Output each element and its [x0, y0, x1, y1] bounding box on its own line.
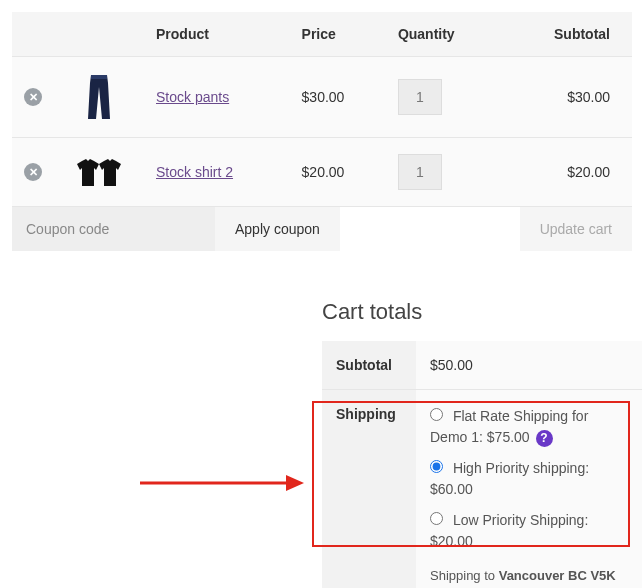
product-subtotal: $20.00 [502, 138, 632, 207]
shipping-option[interactable]: High Priority shipping: $60.00 [430, 458, 628, 500]
subtotal-value: $50.00 [416, 341, 642, 390]
product-thumb[interactable] [54, 57, 144, 138]
pants-icon [83, 73, 115, 121]
qty-input[interactable] [398, 154, 442, 190]
col-product: Product [144, 12, 290, 57]
shipping-option-price: $20.00 [430, 533, 473, 549]
col-subtotal: Subtotal [502, 12, 632, 57]
product-thumb[interactable] [54, 138, 144, 207]
update-cart-button: Update cart [520, 207, 632, 251]
shipping-option[interactable]: Low Priority Shipping: $20.00 [430, 510, 628, 552]
shipping-option[interactable]: Flat Rate Shipping for Demo 1: $75.00 ? [430, 406, 628, 448]
shipping-options: Flat Rate Shipping for Demo 1: $75.00 ? … [430, 406, 628, 552]
shipping-option-label: High Priority shipping: [453, 460, 589, 476]
shipping-radio[interactable] [430, 408, 443, 421]
shirt-icon [74, 154, 124, 190]
product-price: $30.00 [290, 57, 386, 138]
product-price: $20.00 [290, 138, 386, 207]
shipping-option-price: $60.00 [430, 481, 473, 497]
shipping-radio[interactable] [430, 512, 443, 525]
shipping-destination: Shipping to Vancouver BC V5K 0A5. [430, 566, 628, 588]
totals-table: Subtotal $50.00 Shipping Flat Rate Shipp… [322, 341, 642, 588]
annotation-arrow-icon [136, 472, 306, 494]
product-link[interactable]: Stock pants [156, 89, 229, 105]
remove-icon[interactable]: ✕ [24, 163, 42, 181]
apply-coupon-button[interactable]: Apply coupon [215, 207, 340, 251]
col-price: Price [290, 12, 386, 57]
product-link[interactable]: Stock shirt 2 [156, 164, 233, 180]
svg-rect-0 [91, 75, 107, 79]
shipping-label: Shipping [322, 390, 416, 589]
shipping-radio[interactable] [430, 460, 443, 473]
svg-marker-2 [286, 475, 304, 491]
product-subtotal: $30.00 [502, 57, 632, 138]
cart-row: ✕ Stock shirt 2 $20.00 $20.00 [12, 138, 632, 207]
coupon-input[interactable] [12, 207, 215, 251]
help-icon[interactable]: ? [536, 430, 553, 447]
shipping-option-label: Low Priority Shipping: [453, 512, 588, 528]
cart-row: ✕ Stock pants $30.00 $30.00 [12, 57, 632, 138]
cart-table: Product Price Quantity Subtotal ✕ Stock … [12, 12, 632, 251]
remove-icon[interactable]: ✕ [24, 88, 42, 106]
subtotal-label: Subtotal [322, 341, 416, 390]
col-qty: Quantity [386, 12, 502, 57]
shipping-option-price: $75.00 [487, 429, 530, 445]
qty-input[interactable] [398, 79, 442, 115]
cart-totals-title: Cart totals [322, 299, 642, 325]
